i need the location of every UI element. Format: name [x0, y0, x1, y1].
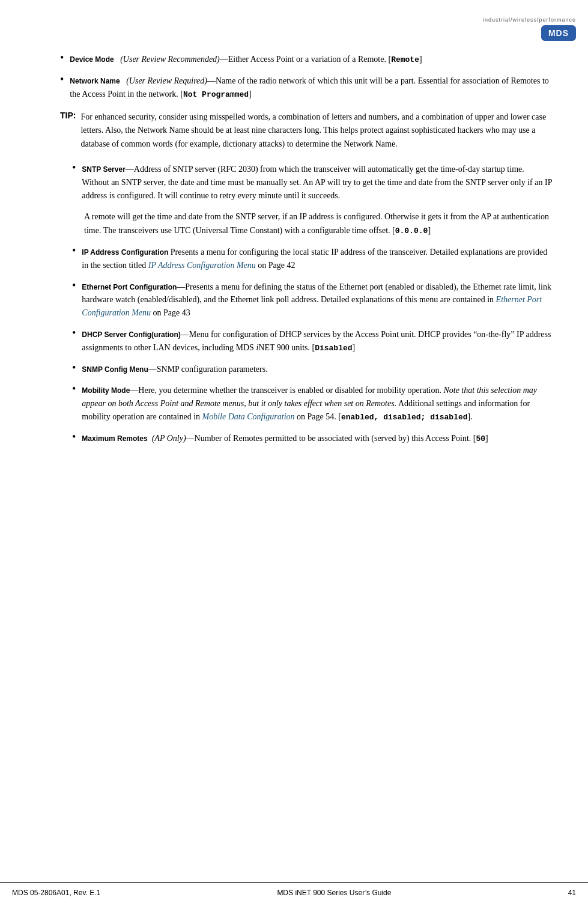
- list-item: • Mobility Mode—Here, you determine whet…: [60, 384, 552, 424]
- sntp-server-content: SNTP Server—Address of SNTP server (RFC …: [82, 163, 552, 202]
- footer-page-number: 41: [568, 889, 576, 897]
- dhcp-server-term: DHCP Server Config(uration): [82, 330, 180, 339]
- main-bullet-section: • Device Mode (User Review Recommended)—…: [48, 53, 552, 101]
- content-area: • Device Mode (User Review Recommended)—…: [0, 47, 588, 466]
- logo-tagline: industrial/wireless/performance: [483, 17, 576, 23]
- device-mode-qualifier: (User Review Recommended): [116, 55, 220, 64]
- bullet-dot: •: [60, 73, 64, 86]
- mobility-mode-content: Mobility Mode—Here, you determine whethe…: [82, 384, 552, 424]
- page-container: industrial/wireless/performance MDS • De…: [0, 0, 588, 903]
- network-name-default: Not Programmed: [183, 90, 249, 99]
- footer-bar: MDS 05-2806A01, Rev. E.1 MDS iNET 900 Se…: [0, 882, 588, 903]
- list-item: • SNMP Config Menu—SNMP configuration pa…: [60, 363, 552, 376]
- bullet-dot: •: [72, 162, 76, 174]
- logo-area: industrial/wireless/performance MDS: [483, 17, 576, 41]
- tip-box: TIP: For enhanced security, consider usi…: [60, 111, 552, 151]
- list-item: • Maximum Remotes (AP Only)—Number of Re…: [60, 432, 552, 445]
- footer-title: MDS iNET 900 Series User’s Guide: [277, 889, 391, 897]
- dhcp-default: Disabled: [315, 344, 352, 353]
- list-item: • IP Address Configuration Presents a me…: [60, 246, 552, 272]
- bullet-dot: •: [72, 383, 76, 395]
- maximum-remotes-term: Maximum Remotes: [82, 434, 147, 443]
- device-mode-default: Remote: [391, 55, 419, 64]
- ip-address-link[interactable]: IP Address Configuration Menu: [148, 261, 256, 270]
- mobility-default: enabled, disabled; disabled: [341, 413, 468, 422]
- bullet-dot: •: [72, 279, 76, 292]
- device-mode-content: Device Mode (User Review Recommended)—Ei…: [70, 53, 552, 66]
- bullet-dot: •: [72, 431, 76, 443]
- list-item: • DHCP Server Config(uration)—Menu for c…: [60, 328, 552, 354]
- ip-address-content: IP Address Configuration Presents a menu…: [82, 246, 552, 272]
- ethernet-port-content: Ethernet Port Configuration—Presents a m…: [82, 281, 552, 320]
- snmp-config-content: SNMP Config Menu—SNMP configuration para…: [82, 363, 552, 376]
- bullet-dot: •: [72, 362, 76, 374]
- snmp-config-term: SNMP Config Menu: [82, 365, 148, 374]
- sub-bullet-list: • SNTP Server—Address of SNTP server (RF…: [60, 163, 552, 445]
- mobility-data-link[interactable]: Mobile Data Configuration: [202, 412, 295, 421]
- maximum-remotes-default: 50: [476, 434, 485, 443]
- sntp-extra-para: A remote will get the time and date from…: [60, 210, 552, 237]
- ethernet-port-link[interactable]: Ethernet Port Configuration Menu: [82, 295, 542, 317]
- maximum-remotes-qualifier: (AP Only): [148, 434, 186, 443]
- mds-logo: MDS: [541, 25, 576, 41]
- tip-label: TIP:: [60, 111, 76, 120]
- maximum-remotes-content: Maximum Remotes (AP Only)—Number of Remo…: [82, 432, 552, 445]
- ethernet-port-term: Ethernet Port Configuration: [82, 283, 177, 291]
- sntp-default: 0.0.0.0: [395, 227, 428, 236]
- bullet-dot: •: [72, 245, 76, 257]
- network-name-qualifier: (User Review Required): [122, 76, 207, 85]
- tip-content: For enhanced security, consider using mi…: [80, 111, 552, 151]
- network-name-term: Network Name: [70, 77, 120, 85]
- sntp-server-term: SNTP Server: [82, 165, 126, 174]
- dhcp-server-content: DHCP Server Config(uration)—Menu for con…: [82, 328, 552, 354]
- bullet-dot: •: [72, 327, 76, 339]
- header-bar: industrial/wireless/performance MDS: [0, 12, 588, 47]
- bullet-dot: •: [60, 52, 64, 64]
- mobility-mode-term: Mobility Mode: [82, 386, 130, 395]
- mobility-mode-note: Note that this selection may appear on b…: [82, 386, 537, 408]
- list-item: • Network Name (User Review Required)—Na…: [48, 74, 552, 101]
- network-name-content: Network Name (User Review Required)—Name…: [70, 74, 552, 101]
- device-mode-term: Device Mode: [70, 55, 114, 64]
- list-item: • Ethernet Port Configuration—Presents a…: [60, 281, 552, 320]
- ip-address-term: IP Address Configuration: [82, 248, 168, 257]
- footer-doc-number: MDS 05-2806A01, Rev. E.1: [12, 889, 100, 897]
- list-item: • SNTP Server—Address of SNTP server (RF…: [60, 163, 552, 202]
- list-item: • Device Mode (User Review Recommended)—…: [48, 53, 552, 66]
